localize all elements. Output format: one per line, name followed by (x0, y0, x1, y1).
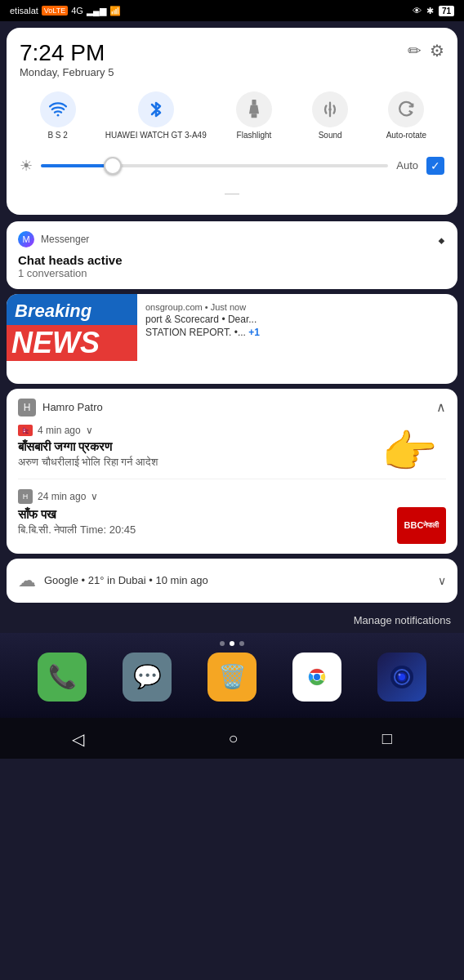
google-source: Google (44, 574, 78, 586)
thumbs-up-emoji: 👉 (381, 425, 438, 478)
bluetooth-tile-label: HUAWEI WATCH GT 3-A49 (105, 131, 207, 140)
chat-heads-title: Chat heads active (18, 253, 446, 267)
app-dock: 📞 💬 🗑️ (13, 653, 451, 702)
news-expand-1[interactable]: ∨ (86, 425, 93, 436)
hamro-flag-2: H (18, 489, 33, 504)
news-text-col: साँफ पख बि.बि.सी. नेपाली Time: 20:45 (18, 507, 389, 537)
nepal-flag-1: 🇳🇵 (18, 425, 33, 436)
svg-line-7 (409, 111, 413, 113)
breaking-news-card[interactable]: Breaking NEWS onsgroup.com • Just now po… (7, 294, 457, 384)
svg-point-10 (314, 674, 320, 680)
tile-flashlight[interactable]: Flashlight (225, 91, 283, 140)
google-expand-icon[interactable]: ∨ (438, 574, 446, 587)
svg-point-15 (399, 673, 401, 675)
datetime-block: 7:24 PM Monday, February 5 (20, 41, 114, 78)
bn-line1: port & Scorecard • Dear... (145, 314, 448, 325)
manage-label[interactable]: Manage notifications (354, 614, 451, 626)
home-button[interactable]: ○ (212, 726, 254, 751)
google-weather-info: Google • 21° in Dubai • 10 min ago (44, 574, 208, 586)
status-right: 👁 ✱ 71 (413, 6, 454, 16)
news-expand-2[interactable]: ∨ (91, 491, 98, 502)
breaking-bottom-label: NEWS (7, 325, 137, 361)
breaking-banner: Breaking NEWS (7, 294, 137, 384)
tile-autorotate[interactable]: Auto-rotate (377, 91, 435, 140)
bluetooth-tile-icon (138, 91, 174, 127)
hamro-patro-card[interactable]: H Hamro Patro ∧ 🇳🇵 4 min ago ∨ बाँसबारी … (7, 389, 457, 554)
drag-handle: — (20, 185, 444, 202)
dock-phone[interactable]: 📞 (38, 653, 87, 702)
qs-header: 7:24 PM Monday, February 5 ✏ ⚙ (20, 41, 444, 78)
svg-point-4 (328, 108, 332, 111)
hamro-app-name: Hamro Patro (42, 401, 103, 413)
stack-icon[interactable]: ⬥ (437, 231, 446, 248)
news-item-1[interactable]: 🇳🇵 4 min ago ∨ बाँसबारी जग्गा प्रकरण अरु… (18, 425, 446, 479)
sound-tile-icon (312, 91, 348, 127)
quick-settings-panel: 7:24 PM Monday, February 5 ✏ ⚙ B S 2 HUA… (7, 28, 457, 215)
sound-tile-label: Sound (319, 131, 342, 140)
hamro-header: H Hamro Patro ∧ (18, 399, 446, 416)
recent-apps-button[interactable]: □ (366, 726, 408, 751)
dot-1 (220, 641, 225, 646)
bn-line2: STATION REPORT. •... +1 (145, 327, 448, 338)
clock-display: 7:24 PM (20, 41, 114, 66)
bluetooth-status-icon: ✱ (426, 6, 434, 16)
news-time-1: 4 min ago (38, 425, 81, 436)
news-item-with-thumb: साँफ पख बि.बि.सी. नेपाली Time: 20:45 BBC… (18, 507, 446, 544)
nav-bar: ◁ ○ □ (0, 718, 464, 759)
page-dots (13, 641, 451, 646)
dock-messages[interactable]: 💬 (123, 653, 172, 702)
tile-wifi[interactable]: B S 2 (29, 91, 87, 140)
auto-checkbox[interactable]: ✓ (426, 157, 444, 175)
bbc-thumbnail: BBC नेपाली (397, 507, 446, 544)
dot-3 (239, 641, 244, 646)
cloud-icon: ☁ (18, 570, 36, 591)
brightness-slider[interactable] (41, 164, 388, 167)
autorotate-tile-label: Auto-rotate (386, 131, 426, 140)
tile-bluetooth[interactable]: HUAWEI WATCH GT 3-A49 (105, 91, 207, 140)
manage-notifications-bar: Manage notifications (0, 608, 464, 633)
date-display: Monday, February 5 (20, 66, 114, 78)
bn-plus-count: +1 (248, 327, 260, 338)
dot-2-active (230, 641, 234, 646)
carrier-label: etisalat (10, 6, 38, 16)
auto-label: Auto (396, 159, 418, 172)
network-gen: 4G (71, 6, 83, 16)
hamro-collapse-icon[interactable]: ∧ (436, 399, 446, 415)
notif-header: M Messenger ⬥ (18, 231, 446, 248)
google-left: ☁ Google • 21° in Dubai • 10 min ago (18, 570, 208, 591)
wifi-tile-icon (40, 91, 76, 127)
eye-icon: 👁 (413, 6, 422, 16)
dock-camera[interactable] (377, 653, 426, 702)
news-meta-2: H 24 min ago ∨ (18, 489, 446, 504)
bottom-dock-area: 📞 💬 🗑️ (0, 633, 464, 718)
edit-icon[interactable]: ✏ (408, 41, 422, 60)
wifi-icon: 📶 (109, 6, 121, 16)
flashlight-tile-icon (236, 91, 272, 127)
battery-level: 71 (439, 6, 454, 16)
back-button[interactable]: ◁ (56, 726, 100, 752)
tile-sound[interactable]: Sound (301, 91, 359, 140)
notif-app-info: M Messenger (18, 231, 89, 247)
autorotate-tile-icon (388, 91, 424, 127)
hamro-app-info: H Hamro Patro (18, 399, 103, 416)
status-left: etisalat VoLTE 4G ▂▄▆ 📶 (10, 6, 121, 16)
messenger-notification[interactable]: M Messenger ⬥ Chat heads active 1 conver… (7, 221, 457, 289)
brightness-icon: ☀ (20, 157, 33, 175)
wifi-tile-label: B S 2 (47, 131, 67, 140)
messenger-icon: M (18, 231, 34, 247)
settings-icon[interactable]: ⚙ (430, 41, 444, 60)
brightness-row: ☀ Auto ✓ (20, 154, 444, 181)
svg-point-0 (56, 114, 59, 117)
news-item-2[interactable]: H 24 min ago ∨ साँफ पख बि.बि.सी. नेपाली … (18, 489, 446, 544)
brightness-fill (41, 164, 110, 167)
brightness-thumb[interactable] (104, 157, 122, 175)
google-weather-card[interactable]: ☁ Google • 21° in Dubai • 10 min ago ∨ (7, 559, 457, 603)
dock-trash[interactable]: 🗑️ (207, 653, 257, 702)
bn-source: onsgroup.com • Just now (145, 302, 448, 312)
google-weather: 21° in Dubai (88, 574, 146, 586)
dock-chrome[interactable] (292, 653, 341, 702)
flashlight-tile-label: Flashlight (237, 131, 272, 140)
svg-marker-2 (249, 105, 259, 114)
qs-action-icons: ✏ ⚙ (408, 41, 444, 60)
svg-rect-1 (252, 100, 256, 105)
